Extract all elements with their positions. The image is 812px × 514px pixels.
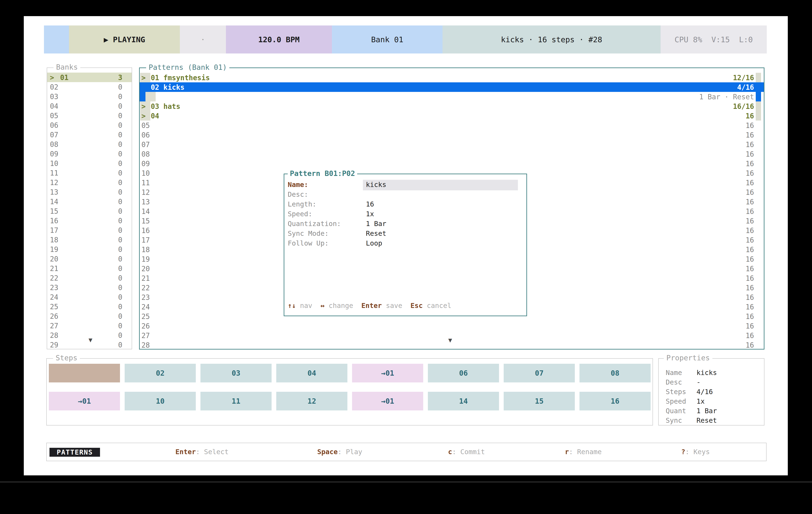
bank-row-10[interactable]: 100 [47, 158, 132, 168]
pattern-steps-count: 16 [746, 322, 754, 330]
bank-row-21[interactable]: 210 [47, 264, 132, 273]
bank-row-01[interactable]: >013 [47, 72, 132, 82]
bank-row-24[interactable]: 240 [47, 292, 132, 302]
statusbar-hint-c: c: Commit [448, 443, 485, 461]
pattern-steps-count: 16 [746, 245, 754, 254]
bank-pattern-count: 0 [118, 312, 122, 321]
bank-number: 25 [50, 303, 58, 311]
bpm-display[interactable]: 120.0 BPM [226, 26, 332, 54]
step-cell-7[interactable]: 07 [504, 364, 575, 383]
bank-row-13[interactable]: 130 [47, 187, 132, 197]
bank-row-11[interactable]: 110 [47, 168, 132, 178]
pattern-row-03[interactable]: >03 hats16/16 [140, 101, 764, 111]
bank-row-05[interactable]: 050 [47, 111, 132, 120]
bank-row-07[interactable]: 070 [47, 130, 132, 140]
pattern-row-26[interactable]: 2616 [140, 321, 764, 331]
bank-number: 04 [50, 102, 58, 110]
bank-row-15[interactable]: 150 [47, 206, 132, 216]
bank-display[interactable]: Bank 01 [332, 26, 442, 54]
modal-field-speed[interactable]: Speed:1x [284, 209, 526, 218]
property-row-quant: Quant1 Bar [659, 406, 764, 415]
step-cell-12[interactable]: 12 [276, 392, 347, 411]
step-cell-15[interactable]: 15 [504, 392, 575, 411]
bank-row-08[interactable]: 080 [47, 140, 132, 149]
pattern-label: 09 [141, 159, 150, 168]
step-cell-4[interactable]: 04 [276, 364, 347, 383]
step-cell-3[interactable]: 03 [200, 364, 271, 383]
step-cell-16[interactable]: 16 [579, 392, 650, 411]
bank-row-18[interactable]: 180 [47, 235, 132, 244]
bank-row-06[interactable]: 060 [47, 120, 132, 130]
modal-field-quantization[interactable]: Quantization:1 Bar [284, 218, 526, 228]
bank-number: 21 [50, 265, 58, 273]
pattern-steps-count: 16 [746, 303, 754, 311]
bank-row-27[interactable]: 270 [47, 321, 132, 330]
bank-row-20[interactable]: 200 [47, 254, 132, 264]
modal-field-desc[interactable]: Desc: [284, 189, 526, 199]
bank-number: 11 [50, 169, 58, 177]
pattern-row-02[interactable]: 02 kicks4/16 [140, 82, 764, 92]
bank-number: 09 [50, 150, 58, 158]
pattern-row-04[interactable]: >0416 [140, 111, 764, 121]
bank-row-04[interactable]: 040 [47, 101, 132, 111]
modal-field-syncmode[interactable]: Sync Mode:Reset [284, 228, 526, 238]
bank-number: 13 [50, 188, 58, 196]
patterns-scroll-more-icon[interactable]: ▼ [448, 336, 452, 344]
pattern-row-detail[interactable]: 1 Bar · Reset [140, 92, 764, 101]
transport-status[interactable]: ▶ PLAYING [69, 26, 180, 54]
pattern-row-08[interactable]: 0816 [140, 149, 764, 159]
bank-row-26[interactable]: 260 [47, 311, 132, 321]
step-cell-9[interactable]: →01 [49, 392, 120, 411]
bank-row-02[interactable]: 020 [47, 82, 132, 92]
bank-row-19[interactable]: 190 [47, 244, 132, 254]
modal-field-label: Sync Mode: [288, 230, 329, 238]
property-row-steps: Steps4/16 [659, 387, 764, 396]
bank-row-23[interactable]: 230 [47, 283, 132, 292]
bank-pattern-count: 0 [118, 322, 122, 330]
pattern-row-07[interactable]: 0716 [140, 140, 764, 149]
pattern-row-05[interactable]: 0516 [140, 121, 764, 130]
modal-field-value: kicks [366, 181, 386, 189]
pattern-modal: Pattern B01:P02 Name:kicksDesc:Length:16… [284, 174, 527, 316]
banks-scroll-more-icon[interactable]: ▼ [89, 336, 92, 343]
bank-number: 17 [50, 226, 58, 235]
bank-pattern-count: 0 [118, 83, 122, 91]
bank-pattern-count: 0 [118, 150, 122, 158]
bank-row-12[interactable]: 120 [47, 178, 132, 187]
property-row-name: Namekicks [659, 368, 764, 377]
now-playing-display: kicks · 16 steps · #28 [442, 26, 661, 54]
pattern-steps-count: 16 [746, 341, 754, 349]
step-cell-11[interactable]: 11 [200, 392, 271, 411]
bank-number: 20 [50, 255, 58, 263]
step-cell-1[interactable] [49, 364, 120, 383]
bank-number: 16 [50, 217, 58, 225]
step-cell-10[interactable]: 10 [125, 392, 196, 411]
pattern-steps-count: 16 [746, 236, 754, 244]
modal-field-name[interactable]: Name:kicks [284, 179, 526, 189]
pattern-steps-count: 16 [746, 332, 754, 340]
step-cell-6[interactable]: 06 [428, 364, 499, 383]
pattern-label: 14 [141, 207, 150, 216]
step-cell-8[interactable]: 08 [579, 364, 650, 383]
bank-row-14[interactable]: 140 [47, 197, 132, 206]
pattern-label: 27 [141, 332, 150, 340]
property-label: Speed [666, 397, 686, 405]
step-cell-2[interactable]: 02 [125, 364, 196, 383]
bank-row-09[interactable]: 090 [47, 149, 132, 158]
step-cell-label: 02 [156, 369, 165, 377]
pattern-row-09[interactable]: 0916 [140, 159, 764, 168]
step-cell-5[interactable]: →01 [352, 364, 423, 383]
bank-number: 18 [50, 236, 58, 244]
pattern-row-01[interactable]: >01 fmsynthesis12/16 [140, 73, 764, 82]
step-cell-13[interactable]: →01 [352, 392, 423, 411]
bank-row-03[interactable]: 030 [47, 92, 132, 101]
step-cell-14[interactable]: 14 [428, 392, 499, 411]
bank-row-17[interactable]: 170 [47, 225, 132, 235]
modal-field-length[interactable]: Length:16 [284, 199, 526, 209]
modal-field-value: 1 Bar [366, 220, 386, 228]
modal-field-followup[interactable]: Follow Up:Loop [284, 238, 526, 248]
bank-row-16[interactable]: 160 [47, 216, 132, 225]
bank-row-25[interactable]: 250 [47, 302, 132, 311]
pattern-row-06[interactable]: 0616 [140, 130, 764, 140]
bank-row-22[interactable]: 220 [47, 273, 132, 283]
